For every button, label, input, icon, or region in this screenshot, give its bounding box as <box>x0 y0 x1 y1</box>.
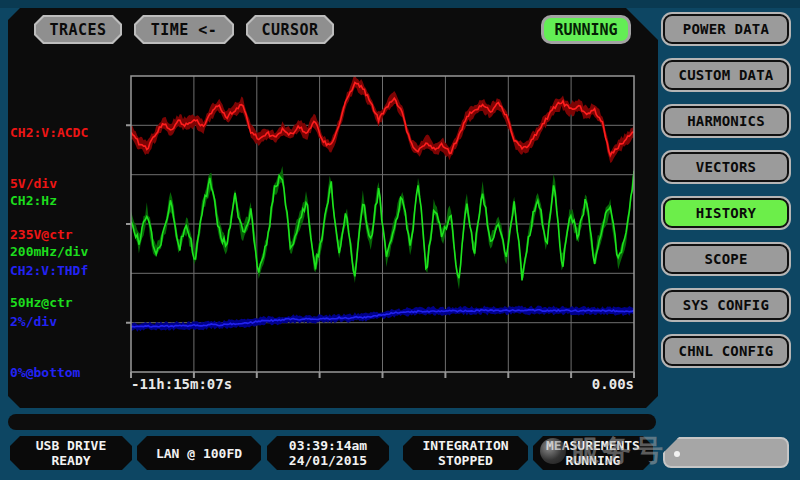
usb-line1: USB DRIVE <box>36 438 106 453</box>
sidebar-item-harmonics[interactable]: HARMONICS <box>663 106 789 136</box>
time-button-label: TIME <- <box>136 17 232 42</box>
status-tile-integration: INTEGRATION STOPPED <box>403 436 528 470</box>
ch-thd-ref: 0%@bottom <box>10 364 128 381</box>
sidebar-item-power-data[interactable]: POWER DATA <box>663 14 789 44</box>
ch-v-name: CH2:V:ACDC <box>10 124 128 141</box>
ch-thd-name: CH2:V:THDf <box>10 262 128 279</box>
usb-line2: READY <box>51 453 90 468</box>
status-tile-usb: USB DRIVE READY <box>10 436 132 470</box>
status-tile-datetime: 03:39:14am 24/01/2015 <box>267 436 389 470</box>
analyzer-screen: TRACES TIME <- CURSOR RUNNING CH2:V:ACDC… <box>0 0 800 480</box>
x-axis-start-label: -11h:15m:07s <box>131 376 232 392</box>
cursor-button[interactable]: CURSOR <box>246 15 334 44</box>
sidebar-item-vectors[interactable]: VECTORS <box>663 152 789 182</box>
sidebar-blank-button[interactable] <box>663 437 789 468</box>
sidebar-item-chnl-config[interactable]: CHNL CONFIG <box>663 336 789 366</box>
sidebar-item-sys-config[interactable]: SYS CONFIG <box>663 290 789 320</box>
top-frame-strip <box>0 0 800 8</box>
measurements-line2: RUNNING <box>566 453 621 468</box>
time-line: 03:39:14am <box>289 438 367 453</box>
sidebar-item-custom-data[interactable]: CUSTOM DATA <box>663 60 789 90</box>
channel-label-thd: CH2:V:THDf 2%/div 0%@bottom <box>10 228 128 415</box>
history-chart-svg <box>125 70 645 386</box>
integration-line1: INTEGRATION <box>422 438 508 453</box>
traces-button[interactable]: TRACES <box>34 15 122 44</box>
history-plot <box>125 70 645 386</box>
running-status-badge[interactable]: RUNNING <box>541 15 631 44</box>
ch-hz-name: CH2:Hz <box>10 192 128 209</box>
x-axis-end-label: 0.00s <box>534 376 634 392</box>
sidebar-item-scope[interactable]: SCOPE <box>663 244 789 274</box>
cursor-button-label: CURSOR <box>248 17 332 42</box>
traces-button-label: TRACES <box>36 17 120 42</box>
softkey-bar <box>8 414 656 430</box>
integration-line2: STOPPED <box>438 453 493 468</box>
blank-button-dot-icon <box>674 451 680 457</box>
date-line: 24/01/2015 <box>289 453 367 468</box>
ch-thd-scale: 2%/div <box>10 313 128 330</box>
status-tile-measurements: MEASUREMENTS RUNNING <box>533 436 653 470</box>
status-tile-lan: LAN @ 100FD <box>137 436 261 470</box>
sidebar-item-history[interactable]: HISTORY <box>663 198 789 228</box>
time-button[interactable]: TIME <- <box>134 15 234 44</box>
lan-line1: LAN @ 100FD <box>156 446 242 461</box>
measurements-line1: MEASUREMENTS <box>546 438 640 453</box>
